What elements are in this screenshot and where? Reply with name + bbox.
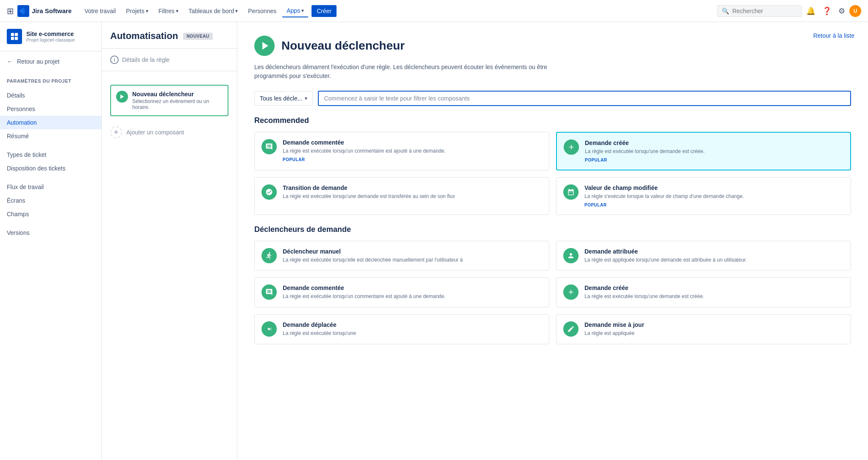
trigger-item-content: Nouveau déclencheur Sélectionnez un évén… [132, 91, 223, 110]
trigger-item[interactable]: Nouveau déclencheur Sélectionnez un évén… [110, 85, 228, 116]
project-name: Site e-commerce [26, 31, 75, 37]
transition-icon [262, 184, 277, 200]
nav-votre-travail[interactable]: Votre travail [80, 5, 120, 17]
main-content: Retour à la liste Nouveau déclencheur Le… [237, 22, 868, 460]
play-icon [116, 91, 128, 103]
sidebar: Site e-commerce Projet logiciel classiqu… [0, 22, 102, 460]
main-layout: Site e-commerce Projet logiciel classiqu… [0, 22, 868, 460]
sidebar-item-back[interactable]: ← Retour au projet [0, 55, 101, 68]
demand-cards: Déclencheur manuel La règle est exécutée… [254, 241, 851, 344]
sidebar-item-champs[interactable]: Champs [0, 207, 101, 221]
svg-rect-4 [15, 37, 18, 40]
sidebar-items: Détails Personnes Automation Résumé Type… [0, 85, 101, 243]
nav-tableaux[interactable]: Tableaux de bord ▾ [184, 5, 242, 17]
recommended-cards: Demande commentée La règle est exécutée … [254, 132, 851, 215]
filter-dropdown[interactable]: Tous les décle... ▾ [254, 91, 313, 106]
project-info: Site e-commerce Projet logiciel classiqu… [0, 22, 101, 51]
card-demande-creee-1[interactable]: Demande créée La règle est exécutée lors… [556, 132, 851, 170]
project-icon [7, 29, 22, 44]
logo[interactable]: Jira Software [17, 5, 72, 17]
help-button[interactable]: ❓ [820, 4, 834, 18]
sidebar-item-personnes[interactable]: Personnes [0, 102, 101, 116]
sidebar-item-ecrans[interactable]: Écrans [0, 194, 101, 207]
chevron-down-icon: ▾ [305, 95, 307, 101]
automation-header: Automatisation NOUVEAU [102, 22, 237, 49]
sidebar-item-flux[interactable]: Flux de travail [0, 180, 101, 194]
nav-projets[interactable]: Projets ▾ [122, 5, 153, 17]
sidebar-item-resume[interactable]: Résumé [0, 129, 101, 143]
search-input[interactable] [732, 8, 792, 14]
card-content: Demande commentée La règle est exécutée … [283, 139, 446, 162]
card-content: Demande mise à jour La règle est appliqu… [584, 321, 644, 337]
card-demande-mise-a-jour[interactable]: Demande mise à jour La règle est appliqu… [556, 314, 851, 344]
sidebar-item-types-ticket[interactable]: Types de ticket [0, 148, 101, 162]
back-icon: ← [7, 58, 13, 65]
card-content: Demande créée La règle est exécutée lors… [584, 284, 704, 300]
card-content: Transition de demande La règle est exécu… [283, 184, 455, 200]
demand-section-title: Déclencheurs de demande [254, 225, 851, 234]
notifications-button[interactable]: 🔔 [804, 4, 818, 18]
filter-input[interactable] [318, 91, 851, 106]
comment-icon [262, 284, 277, 300]
grid-icon[interactable]: ⊞ [7, 6, 14, 16]
project-type: Projet logiciel classique [26, 37, 75, 42]
add-component[interactable]: + Ajouter un composant [110, 123, 228, 142]
nav-personnes[interactable]: Personnes [244, 5, 281, 17]
filter-bar: Tous les décle... ▾ [254, 91, 851, 106]
edit-icon [563, 321, 579, 337]
add-icon: + [110, 126, 122, 138]
search-bar[interactable]: 🔍 [717, 5, 802, 17]
card-valeur-champ[interactable]: Valeur de champ modifiée La règle s'exéc… [556, 177, 851, 215]
card-demande-commentee-1[interactable]: Demande commentée La règle est exécutée … [254, 132, 549, 170]
plus-icon [564, 139, 579, 155]
nav-apps[interactable]: Apps ▾ [282, 5, 308, 17]
top-navigation: ⊞ Jira Software Votre travail Projets ▾ … [0, 0, 868, 22]
card-content: Déclencheur manuel La règle est exécutée… [283, 248, 463, 264]
card-demande-commentee-2[interactable]: Demande commentée La règle est exécutée … [254, 277, 549, 307]
person-icon [563, 248, 579, 263]
rule-section-header: i Détails de la règle [110, 56, 228, 64]
chevron-down-icon: ▾ [301, 8, 304, 14]
sidebar-item-versions[interactable]: Versions [0, 226, 101, 240]
svg-marker-6 [262, 42, 268, 50]
card-declencheur-manuel[interactable]: Déclencheur manuel La règle est exécutée… [254, 241, 549, 271]
card-content: Demande commentée La règle est exécutée … [283, 284, 446, 300]
card-content: Demande attribuée La règle est appliquée… [584, 248, 747, 264]
create-button[interactable]: Créer [312, 5, 337, 17]
sidebar-item-details[interactable]: Détails [0, 89, 101, 102]
card-demande-attribuee[interactable]: Demande attribuée La règle est appliquée… [556, 241, 851, 271]
card-content: Valeur de champ modifiée La règle s'exéc… [584, 184, 744, 208]
trigger-header: Nouveau déclencheur [254, 36, 851, 56]
sidebar-item-disposition[interactable]: Disposition des tickets [0, 162, 101, 175]
card-demande-creee-2[interactable]: Demande créée La règle est exécutée lors… [556, 277, 851, 307]
plus-icon [563, 284, 579, 300]
recommended-title: Recommended [254, 116, 851, 125]
project-details: Site e-commerce Projet logiciel classiqu… [26, 31, 75, 42]
svg-marker-5 [120, 95, 124, 99]
trigger-description: Les déclencheurs démarrent l'exécution d… [254, 63, 551, 81]
chevron-down-icon: ▾ [176, 8, 178, 14]
info-icon: i [110, 56, 119, 64]
trigger-title: Nouveau déclencheur [281, 39, 405, 53]
back-to-list-link[interactable]: Retour à la liste [813, 32, 854, 39]
field-icon [563, 184, 579, 200]
card-transition[interactable]: Transition de demande La règle est exécu… [254, 177, 549, 215]
chevron-down-icon: ▾ [235, 8, 238, 14]
card-content: Demande créée La règle est exécutée lors… [585, 139, 704, 163]
settings-button[interactable]: ⚙ [836, 4, 848, 18]
rule-section: i Détails de la règle [102, 49, 237, 71]
comment-icon [262, 139, 277, 154]
logo-text: Jira Software [32, 7, 72, 14]
sidebar-section-title: Paramètres du projet [0, 72, 101, 85]
topnav-right: 🔍 🔔 ❓ ⚙ U [717, 4, 861, 18]
svg-rect-1 [11, 33, 14, 36]
card-demande-deplacee[interactable]: Demande déplacée La règle est exécutée l… [254, 314, 549, 344]
avatar[interactable]: U [849, 5, 861, 17]
move-icon [262, 321, 277, 337]
nouveau-badge: NOUVEAU [183, 33, 213, 40]
card-content: Demande déplacée La règle est exécutée l… [283, 321, 356, 337]
nav-filtres[interactable]: Filtres ▾ [154, 5, 183, 17]
cursor-icon [262, 248, 277, 263]
play-button-large [254, 36, 275, 56]
sidebar-item-automation[interactable]: Automation [0, 116, 101, 129]
